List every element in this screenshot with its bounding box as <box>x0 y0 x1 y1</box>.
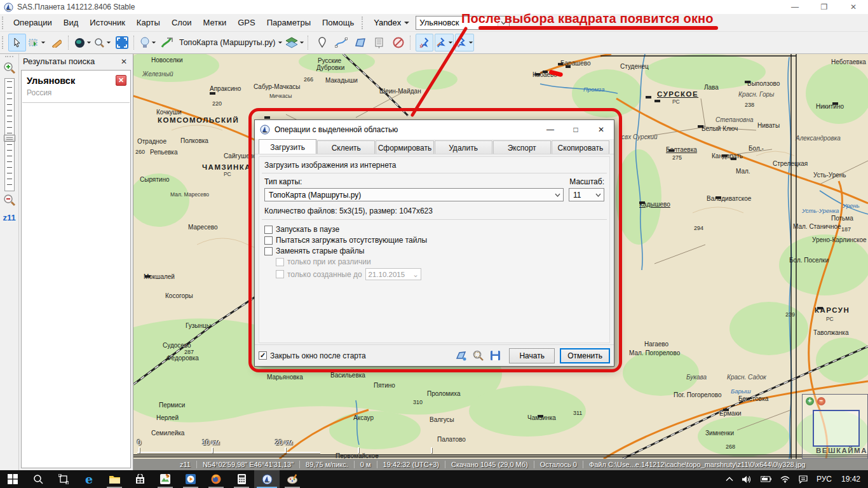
source-mode-button[interactable] <box>139 34 157 51</box>
calculator-icon[interactable] <box>229 470 254 488</box>
checkbox-close-after-start[interactable]: Закрыть окно после старта <box>259 351 366 360</box>
fullscreen-button[interactable] <box>113 34 131 51</box>
search-provider-button[interactable]: Yandex <box>370 16 413 29</box>
map-type-select[interactable]: ТопоКарта (Маршруты.ру) <box>264 188 564 201</box>
map-place-label: 311 <box>573 410 582 416</box>
map-scale-bar: 0 10 км 20 км <box>136 433 454 455</box>
volume-icon[interactable] <box>738 470 756 488</box>
gps-track-button[interactable] <box>416 34 433 51</box>
add-path-tool[interactable] <box>332 34 350 51</box>
dialog-tabstrip: ЗагрузитьСклеитьСформироватьУдалитьЭкспо… <box>255 139 614 154</box>
notifications-icon[interactable] <box>794 470 812 488</box>
dialog-tab[interactable]: Экспорт <box>493 140 551 154</box>
menu-item-2[interactable]: Источник <box>84 15 131 30</box>
add-placemark-tool[interactable] <box>313 34 331 51</box>
map-place-label: Выползово <box>747 80 780 87</box>
restore-button[interactable]: ❐ <box>810 0 839 14</box>
checkbox-box[interactable] <box>259 351 267 360</box>
battery-icon[interactable] <box>756 470 776 488</box>
layers-button[interactable] <box>285 34 305 51</box>
taskbar-clock[interactable]: 19:42 <box>836 475 868 484</box>
map-place-label: Сабур-Мачкасы <box>254 83 301 90</box>
hide-marks-button[interactable] <box>390 34 407 51</box>
edge-icon[interactable]: e <box>76 470 102 488</box>
selection-tool[interactable] <box>27 34 46 51</box>
dialog-tab[interactable]: Склеить <box>317 140 375 154</box>
language-indicator[interactable]: РУС <box>812 470 836 488</box>
gps-connect-button[interactable] <box>435 34 454 51</box>
dialog-tab[interactable]: Загрузить <box>259 139 316 154</box>
minimize-button[interactable]: — <box>780 0 810 14</box>
start-button[interactable] <box>0 470 25 488</box>
minimap-zoom-in-icon[interactable]: + <box>806 397 814 405</box>
start-button[interactable]: Начать <box>509 348 555 363</box>
dialog-tab[interactable]: Сформировать <box>376 140 433 154</box>
save-selection-icon[interactable] <box>489 349 501 362</box>
menu-item-1[interactable]: Вид <box>58 15 85 30</box>
close-button[interactable]: ✕ <box>839 0 868 14</box>
zoom-out-icon[interactable] <box>3 194 16 207</box>
wifi-icon[interactable] <box>776 470 794 488</box>
dialog-close-button[interactable]: ✕ <box>588 120 614 139</box>
dialog-minimize-button[interactable]: — <box>538 120 563 139</box>
go-to-selection-icon[interactable] <box>455 349 467 362</box>
dialog-tab[interactable]: Скопировать <box>552 140 609 154</box>
file-explorer-icon[interactable] <box>102 470 127 488</box>
map-type-button[interactable]: ТопоКарта (Маршруты.ру) <box>177 34 283 51</box>
zoom-slider[interactable] <box>4 78 15 191</box>
menu-item-6[interactable]: GPS <box>232 15 261 30</box>
pan-cursor-tool[interactable] <box>8 34 26 51</box>
checkbox-try-missing-tiles[interactable]: Пытаться загружать отсутствующие тайлы <box>264 236 604 245</box>
checkbox-start-paused[interactable]: Запускать в паузе <box>264 225 604 234</box>
status-segment: 89,75 м/пикс. <box>300 461 355 468</box>
add-polygon-tool[interactable] <box>351 34 369 51</box>
search-result-title[interactable]: Ульяновск <box>22 71 130 87</box>
placemark-manager-button[interactable] <box>370 34 388 51</box>
system-tray: РУС 19:42 <box>721 470 868 488</box>
checkbox-box[interactable] <box>264 236 273 245</box>
paint-icon[interactable] <box>280 470 305 488</box>
cancel-button[interactable]: Отменить <box>560 348 610 363</box>
panel-close-icon[interactable]: ✕ <box>119 57 129 66</box>
zoom-in-icon[interactable] <box>3 62 16 74</box>
scale-select[interactable]: 11 <box>569 188 604 201</box>
dialog-titlebar[interactable]: Операции с выделенной областью — □ ✕ <box>255 120 614 139</box>
minimap-viewport[interactable] <box>813 410 860 447</box>
map-place-label: Апраксино <box>210 85 241 92</box>
ruler-tool[interactable] <box>48 34 65 51</box>
zoom-slider-handle[interactable] <box>4 135 15 142</box>
checkbox-box[interactable] <box>264 226 273 234</box>
taskbar-search-icon[interactable] <box>25 470 51 488</box>
menu-item-8[interactable]: Помощь <box>316 15 360 30</box>
menu-item-0[interactable]: Операции <box>8 15 58 30</box>
tray-chevron-up-icon[interactable] <box>721 470 738 488</box>
map-place-label: Стрелецкая <box>773 160 808 167</box>
store-icon[interactable] <box>127 470 153 488</box>
map-place-label: Гузынцы <box>186 322 211 329</box>
globe-tool[interactable] <box>74 34 92 51</box>
remove-result-button[interactable]: ✕ <box>116 75 126 86</box>
menu-item-3[interactable]: Карты <box>131 15 166 30</box>
overview-map[interactable]: + − <box>802 394 868 459</box>
sas-planet-taskbar-icon[interactable] <box>254 470 280 488</box>
menu-item-4[interactable]: Слои <box>166 15 198 30</box>
minimap-zoom-out-icon[interactable]: − <box>817 397 825 405</box>
checkbox-replace-old-files[interactable]: Заменять старые файлы <box>264 247 604 255</box>
dialog-tab[interactable]: Удалить <box>435 140 492 154</box>
gps-options-button[interactable] <box>455 34 474 51</box>
media-player-icon[interactable] <box>178 470 203 488</box>
firefox-icon[interactable] <box>203 470 229 488</box>
zoom-to-selection-icon[interactable] <box>472 349 484 362</box>
map-place-label: Мичкасы <box>269 93 292 99</box>
dialog-maximize-button[interactable]: □ <box>563 120 588 139</box>
map-place-label: Бол.- <box>749 145 764 152</box>
chevron-down-icon <box>552 189 563 201</box>
checkbox-box[interactable] <box>264 247 273 255</box>
photos-app-icon[interactable] <box>153 470 178 488</box>
menu-item-7[interactable]: Параметры <box>261 15 316 30</box>
task-view-icon[interactable] <box>51 470 76 488</box>
menu-item-5[interactable]: Метки <box>198 15 233 30</box>
map-place-label: Отрадное <box>137 138 166 145</box>
map-place-label: 238 <box>745 102 754 108</box>
zoom-tool[interactable] <box>93 34 112 51</box>
